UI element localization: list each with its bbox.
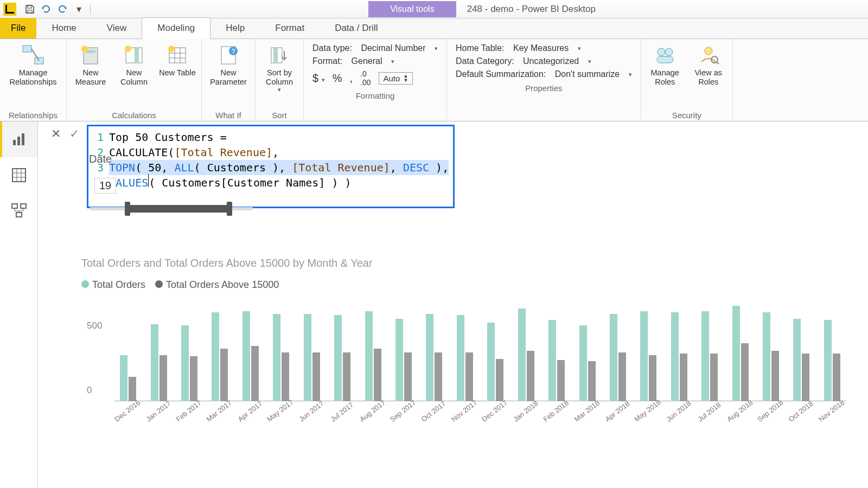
percent-button[interactable]: % xyxy=(333,72,342,85)
bar[interactable] xyxy=(588,361,596,401)
currency-button[interactable]: $ ▾ xyxy=(312,72,325,85)
svg-rect-36 xyxy=(21,204,26,208)
new-table-button[interactable]: New Table xyxy=(157,41,198,80)
tab-modeling[interactable]: Modeling xyxy=(142,17,210,39)
legend-dot-teal xyxy=(81,280,89,288)
bar[interactable] xyxy=(741,343,749,401)
undo-icon[interactable] xyxy=(39,2,53,16)
svg-rect-29 xyxy=(22,133,24,145)
qat-dropdown-icon[interactable]: ▾ xyxy=(72,2,86,16)
bar[interactable] xyxy=(220,349,228,401)
bar[interactable] xyxy=(496,359,503,401)
column-icon xyxy=(123,43,145,66)
bar[interactable] xyxy=(159,355,167,402)
bar[interactable] xyxy=(151,324,158,402)
cancel-formula-button[interactable]: ✕ xyxy=(47,125,65,143)
bar[interactable] xyxy=(251,346,259,401)
bar[interactable] xyxy=(671,312,679,401)
bar[interactable] xyxy=(833,354,840,401)
bar[interactable] xyxy=(304,314,311,402)
summarization-dropdown[interactable]: Default Summarization: Don't summarize ▾ xyxy=(456,69,632,79)
parameter-icon: ? xyxy=(217,43,240,66)
sort-by-column-button[interactable]: Sort by Column▾ xyxy=(259,41,300,95)
redo-icon[interactable] xyxy=(55,2,69,16)
bar[interactable] xyxy=(457,315,464,401)
column-chart[interactable]: Total Orders and Total Orders Above 1500… xyxy=(81,257,852,418)
data-view-button[interactable] xyxy=(0,157,37,193)
tab-drill[interactable]: Data / Drill xyxy=(320,18,393,38)
commit-formula-button[interactable]: ✓ xyxy=(65,125,84,143)
quick-access-toolbar: ▾ xyxy=(20,2,96,16)
bar[interactable] xyxy=(212,312,219,401)
bar[interactable] xyxy=(610,314,617,402)
bar[interactable] xyxy=(181,325,189,401)
tab-help[interactable]: Help xyxy=(210,18,260,38)
svg-rect-23 xyxy=(657,56,673,63)
slider-handle-left[interactable] xyxy=(125,202,130,216)
model-view-button[interactable] xyxy=(0,193,37,229)
bar[interactable] xyxy=(120,355,127,402)
bar[interactable] xyxy=(365,311,373,401)
bar[interactable] xyxy=(680,354,687,401)
bar[interactable] xyxy=(824,320,832,401)
bar[interactable] xyxy=(404,352,412,401)
report-view-button[interactable] xyxy=(0,121,37,157)
bar[interactable] xyxy=(771,351,779,401)
bar[interactable] xyxy=(732,306,740,401)
bar[interactable] xyxy=(273,314,280,402)
bar[interactable] xyxy=(710,354,718,401)
decimal-places-input[interactable]: Auto▲▼ xyxy=(379,72,413,85)
bar[interactable] xyxy=(527,351,534,401)
new-parameter-button[interactable]: ?New Parameter xyxy=(205,41,252,88)
svg-point-21 xyxy=(658,48,665,56)
bar[interactable] xyxy=(282,352,289,401)
bar[interactable] xyxy=(649,355,656,402)
bar[interactable] xyxy=(334,315,342,401)
manage-relationships-button[interactable]: Manage Relationships xyxy=(3,41,63,88)
bar[interactable] xyxy=(701,311,709,401)
datatype-dropdown[interactable]: Data type: Decimal Number ▾ xyxy=(312,43,438,53)
bar[interactable] xyxy=(426,314,433,402)
x-tick-label: May 2018 xyxy=(633,398,662,423)
new-column-button[interactable]: New Column xyxy=(113,41,155,88)
formula-bar[interactable]: 1Top 50 Customers = 2CALCULATE( [Total R… xyxy=(87,125,455,208)
bar[interactable] xyxy=(579,325,587,401)
slicer-value[interactable]: 19 xyxy=(94,178,116,194)
new-measure-button[interactable]: New Measure xyxy=(70,41,111,88)
slider-handle-right[interactable] xyxy=(227,202,232,216)
bar[interactable] xyxy=(395,319,403,401)
bar[interactable] xyxy=(465,352,473,401)
bar[interactable] xyxy=(518,309,526,401)
bar[interactable] xyxy=(487,323,495,401)
data-category-dropdown[interactable]: Data Category: Uncategorized ▾ xyxy=(456,56,632,66)
bar[interactable] xyxy=(312,352,320,401)
bar[interactable] xyxy=(343,352,350,401)
bar[interactable] xyxy=(618,352,626,401)
view-as-roles-button[interactable]: View as Roles xyxy=(688,41,729,88)
comma-button[interactable]: , xyxy=(349,72,353,85)
format-dropdown[interactable]: Format: General ▾ xyxy=(312,56,438,66)
bar[interactable] xyxy=(763,312,770,401)
tab-home[interactable]: Home xyxy=(36,18,91,38)
x-tick-label: Jun 2018 xyxy=(665,399,692,423)
bar[interactable] xyxy=(374,349,381,401)
bar[interactable] xyxy=(802,354,809,401)
bar[interactable] xyxy=(640,311,648,401)
home-table-dropdown[interactable]: Home Table: Key Measures ▾ xyxy=(456,43,632,53)
x-tick-label: Jan 2018 xyxy=(512,399,539,423)
bar[interactable] xyxy=(435,352,442,401)
report-canvas[interactable]: ✕ ✓ 1Top 50 Customers = 2CALCULATE( [Tot… xyxy=(38,121,868,488)
bar[interactable] xyxy=(242,311,250,401)
window-title: 248 - demo - Power BI Desktop xyxy=(456,4,596,15)
bar[interactable] xyxy=(557,360,565,401)
manage-roles-button[interactable]: Manage Roles xyxy=(644,41,686,88)
bar[interactable] xyxy=(129,377,136,401)
bar[interactable] xyxy=(190,356,197,401)
bar[interactable] xyxy=(548,320,556,401)
tab-format[interactable]: Format xyxy=(260,18,320,38)
bar[interactable] xyxy=(793,319,801,401)
decimal-button[interactable]: .0.00 xyxy=(360,69,371,87)
tab-file[interactable]: File xyxy=(0,18,36,38)
save-icon[interactable] xyxy=(23,2,37,16)
tab-view[interactable]: View xyxy=(92,18,142,38)
